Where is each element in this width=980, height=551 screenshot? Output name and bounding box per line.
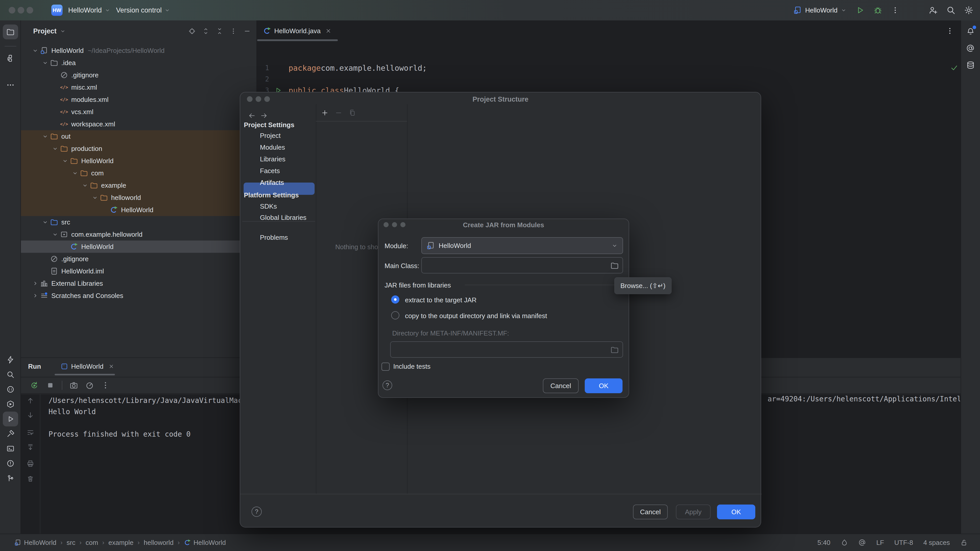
rerun-icon[interactable] <box>30 381 39 390</box>
tree-row[interactable]: com <box>21 167 256 179</box>
scroll-end-icon[interactable] <box>27 443 34 451</box>
tree-row[interactable]: HelloWorld~/IdeaProjects/HelloWorld <box>21 45 256 57</box>
stripe-button-run-play[interactable] <box>3 412 18 427</box>
window-zoom-button[interactable] <box>27 7 33 14</box>
tree-row[interactable]: src <box>21 216 256 228</box>
breadcrumb-item[interactable]: src <box>67 539 76 547</box>
lock-open-icon[interactable] <box>960 539 968 546</box>
tree-row[interactable]: </>misc.xml <box>21 81 256 94</box>
manifest-dir-input[interactable] <box>390 341 623 358</box>
soft-wrap-icon[interactable] <box>27 429 34 436</box>
stripe-button-problems[interactable] <box>3 456 18 471</box>
run-button[interactable] <box>855 6 865 15</box>
stripe-button-ai-assistant[interactable] <box>963 41 978 56</box>
copy-icon[interactable] <box>348 109 356 117</box>
stripe-button-folder[interactable] <box>3 24 18 39</box>
tab-helloworld-java[interactable]: HelloWorld.java <box>263 27 331 35</box>
chev-down-icon[interactable] <box>32 47 38 54</box>
chev-right-icon[interactable] <box>32 280 38 287</box>
ok-button[interactable]: OK <box>585 378 622 393</box>
file-encoding[interactable]: UTF-8 <box>894 539 913 547</box>
module-select[interactable]: HelloWorld <box>421 237 623 254</box>
nav-item-global-libraries[interactable]: Global Libraries <box>260 212 306 224</box>
radio-copy-label[interactable]: copy to the output directory and link vi… <box>405 312 547 320</box>
breadcrumb-item[interactable]: example <box>108 539 133 547</box>
window-close-button[interactable] <box>9 7 15 14</box>
stripe-button-zap[interactable] <box>3 352 18 367</box>
more-actions-button[interactable] <box>891 6 899 14</box>
radio-extract-label[interactable]: extract to the target JAR <box>405 296 476 304</box>
breadcrumb-item[interactable]: helloworld <box>144 539 173 547</box>
tree-row[interactable]: External Libraries <box>21 277 256 290</box>
debug-button[interactable] <box>873 6 883 15</box>
nav-item-modules[interactable]: Modules <box>260 141 285 153</box>
radio-extract[interactable] <box>391 295 399 304</box>
tree-row[interactable]: example <box>21 179 256 191</box>
breadcrumb-item[interactable]: HelloWorld <box>184 539 226 547</box>
locate-icon[interactable] <box>188 27 196 35</box>
tree-row[interactable]: HelloWorld <box>21 155 256 167</box>
project-panel-title[interactable]: Project <box>33 27 57 35</box>
stripe-button-search[interactable] <box>3 367 18 382</box>
kebab-icon[interactable] <box>101 381 110 390</box>
window-minimize-button[interactable] <box>18 7 24 14</box>
expand-icon[interactable] <box>202 27 209 35</box>
help-button[interactable]: ? <box>382 381 392 390</box>
apply-button[interactable]: Apply <box>676 505 711 519</box>
trash-icon[interactable] <box>27 475 34 483</box>
settings-button[interactable] <box>964 6 974 15</box>
arrow-up-icon[interactable] <box>27 397 34 404</box>
droplet-icon[interactable] <box>841 539 848 546</box>
search-everywhere-button[interactable] <box>946 6 956 15</box>
nav-item-libraries[interactable]: Libraries <box>260 153 285 165</box>
ai-assistant-icon[interactable] <box>859 539 866 546</box>
nav-item-project[interactable]: Project <box>260 129 281 142</box>
tree-row[interactable]: </>modules.xml <box>21 94 256 106</box>
stripe-button-hammer[interactable] <box>3 427 18 441</box>
nav-item-facets[interactable]: Facets <box>260 165 280 177</box>
chev-down-icon[interactable] <box>72 170 78 177</box>
gauge-icon[interactable] <box>85 381 94 390</box>
line-separator[interactable]: LF <box>876 539 884 547</box>
close-icon[interactable] <box>108 363 114 369</box>
browse-shortcut-tooltip[interactable]: Browse... (⇧↵) <box>614 277 671 294</box>
ok-button[interactable]: OK <box>717 505 755 519</box>
tree-row[interactable]: helloworld <box>21 191 256 204</box>
chev-down-icon[interactable] <box>82 182 88 189</box>
project-menu[interactable]: HelloWorld <box>68 6 111 14</box>
collapse-all-icon[interactable] <box>216 27 223 35</box>
nav-item-artifacts[interactable]: Artifacts <box>260 177 284 189</box>
minus-icon[interactable] <box>335 109 342 117</box>
chev-down-icon[interactable] <box>42 59 49 66</box>
chev-down-icon[interactable] <box>52 145 59 152</box>
help-button[interactable]: ? <box>251 506 262 517</box>
stripe-button-terminal[interactable] <box>3 441 18 456</box>
kebab-icon[interactable] <box>230 27 237 35</box>
plus-icon[interactable] <box>321 109 329 117</box>
tree-row[interactable]: </>workspace.xml <box>21 118 256 130</box>
chev-down-icon[interactable] <box>62 158 68 164</box>
editor-options-button[interactable] <box>946 27 954 35</box>
stripe-button-bell[interactable] <box>963 24 978 39</box>
code-with-me-button[interactable] <box>928 6 938 15</box>
tree-row[interactable]: production <box>21 142 256 155</box>
breadcrumbs[interactable]: HelloWorld›src›com›example›helloworld›He… <box>14 539 226 547</box>
chev-down-icon[interactable] <box>52 231 59 238</box>
tree-row[interactable]: HelloWorld <box>21 204 256 216</box>
forward-button[interactable] <box>260 112 268 119</box>
printer-icon[interactable] <box>27 460 34 468</box>
breadcrumb-item[interactable]: com <box>86 539 98 547</box>
run-configuration-widget[interactable]: HelloWorld <box>793 6 847 14</box>
chev-down-icon[interactable] <box>42 133 49 140</box>
tree-row[interactable]: .gitignore <box>21 69 256 81</box>
arrow-down-icon[interactable] <box>27 411 34 419</box>
indent-style[interactable]: 4 spaces <box>923 539 950 547</box>
stripe-button-services[interactable] <box>3 397 18 412</box>
cancel-button[interactable]: Cancel <box>633 505 668 519</box>
minus-icon[interactable] <box>243 27 251 35</box>
tree-row[interactable]: HelloWorld <box>21 240 256 253</box>
back-button[interactable] <box>248 112 256 119</box>
cancel-button[interactable]: Cancel <box>543 378 579 393</box>
browse-folder-icon[interactable] <box>610 346 619 354</box>
chev-down-icon[interactable] <box>42 219 49 225</box>
